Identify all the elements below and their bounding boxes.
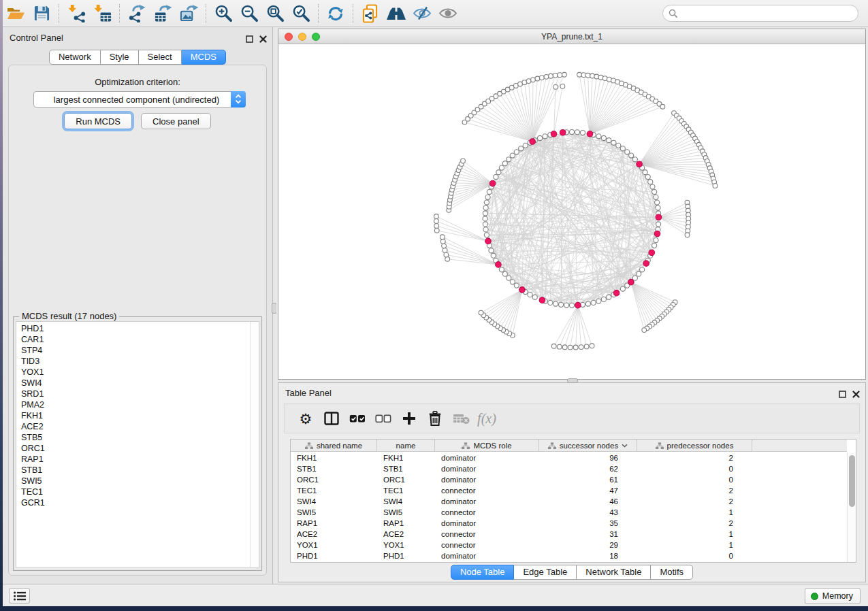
import-table-icon[interactable] <box>89 2 115 25</box>
mcds-result-item[interactable]: SWI4 <box>16 378 249 389</box>
table-cell[interactable]: SWI5 <box>377 508 435 516</box>
table-cell[interactable]: 2 <box>637 486 752 495</box>
table-cell[interactable]: connector <box>435 530 539 538</box>
table-cell[interactable]: TEC1 <box>291 486 377 495</box>
add-column-icon[interactable] <box>396 406 422 431</box>
table-cell[interactable]: ACE2 <box>377 530 435 538</box>
table-cell[interactable]: 1 <box>637 541 752 549</box>
deselect-all-icon[interactable] <box>370 406 396 431</box>
table-row[interactable]: FKH1FKH1dominator962 <box>291 452 847 463</box>
float-panel-icon[interactable] <box>246 33 253 46</box>
table-cell[interactable]: dominator <box>435 497 539 506</box>
mcds-result-item[interactable]: GCR1 <box>16 497 249 508</box>
table-cell[interactable]: 43 <box>539 508 637 516</box>
table-cell[interactable]: RAP1 <box>377 519 435 527</box>
column-header-successor-nodes[interactable]: successor nodes <box>539 440 637 452</box>
network-window-titlebar[interactable]: YPA_prune.txt_1 <box>278 29 865 44</box>
mcds-result-item[interactable]: SWI5 <box>16 476 249 486</box>
table-cell[interactable]: PHD1 <box>377 552 435 560</box>
column-header-shared-name[interactable]: shared name <box>291 440 377 452</box>
save-session-icon[interactable] <box>29 2 54 25</box>
mcds-result-item[interactable]: CAR1 <box>16 334 249 345</box>
table-row[interactable]: SWI5SWI5connector431 <box>291 507 847 518</box>
search-field[interactable] <box>662 5 858 22</box>
table-cell[interactable]: STB1 <box>291 465 377 473</box>
select-all-icon[interactable] <box>344 406 370 431</box>
close-panel-icon[interactable] <box>852 389 860 401</box>
zoom-out-icon[interactable] <box>236 2 262 25</box>
mcds-result-item[interactable]: YOX1 <box>16 367 249 378</box>
table-row[interactable]: SWI4SWI4dominator462 <box>291 496 847 507</box>
clone-network-icon[interactable] <box>357 2 383 25</box>
mcds-result-item[interactable]: PHD1 <box>16 323 249 334</box>
table-cell[interactable]: connector <box>435 508 539 516</box>
table-cell[interactable]: 18 <box>539 552 637 560</box>
tab-style[interactable]: Style <box>101 50 139 65</box>
export-network-icon[interactable] <box>124 2 150 25</box>
table-cell[interactable]: dominator <box>435 465 539 473</box>
column-header-predecessor-nodes[interactable]: predecessor nodes <box>637 440 752 452</box>
column-header-MCDS-role[interactable]: MCDS role <box>435 440 539 452</box>
first-neighbors-icon[interactable] <box>383 2 409 25</box>
open-file-icon[interactable] <box>3 2 29 25</box>
table-cell[interactable]: YOX1 <box>291 541 377 549</box>
table-settings-icon[interactable]: ⚙ <box>293 406 319 431</box>
mcds-result-item[interactable]: ACE2 <box>16 421 249 432</box>
close-panel-button[interactable]: Close panel <box>141 113 211 129</box>
table-cell[interactable]: FKH1 <box>291 454 377 462</box>
export-table-icon[interactable] <box>150 2 176 25</box>
network-canvas[interactable] <box>278 45 865 379</box>
table-cell[interactable]: SWI5 <box>291 508 377 516</box>
table-cell[interactable]: dominator <box>435 519 539 527</box>
table-scrollbar[interactable] <box>847 452 856 562</box>
table-cell[interactable]: FKH1 <box>377 454 435 462</box>
table-cell[interactable]: 35 <box>539 519 637 527</box>
table-cell[interactable]: 2 <box>637 497 752 506</box>
table-row[interactable]: ACE2ACE2connector311 <box>291 529 847 540</box>
table-row[interactable]: STB1STB1dominator620 <box>291 463 847 474</box>
refresh-layout-icon[interactable] <box>323 2 349 25</box>
scrollbar-thumb[interactable] <box>849 455 855 507</box>
table-cell[interactable]: 2 <box>637 519 752 527</box>
table-cell[interactable]: 46 <box>539 497 637 506</box>
table-row[interactable]: RAP1RAP1dominator352 <box>291 518 847 529</box>
table-cell[interactable]: STB1 <box>377 465 435 473</box>
mcds-result-item[interactable]: SRD1 <box>16 389 249 399</box>
table-cell[interactable]: SWI4 <box>291 497 377 506</box>
mcds-result-item[interactable]: FKH1 <box>16 410 249 421</box>
table-cell[interactable]: YOX1 <box>377 541 435 549</box>
table-cell[interactable]: 31 <box>539 530 637 538</box>
table-cell[interactable]: 0 <box>637 476 752 484</box>
optimization-criterion-select[interactable]: largest connected component (undirected) <box>33 91 246 108</box>
import-network-icon[interactable] <box>63 2 89 25</box>
table-row[interactable]: YOX1YOX1connector291 <box>291 540 847 550</box>
show-all-icon[interactable] <box>435 2 461 25</box>
tab-network-table[interactable]: Network Table <box>577 565 651 580</box>
tab-select[interactable]: Select <box>139 50 182 65</box>
table-row[interactable]: ORC1ORC1dominator610 <box>291 474 847 485</box>
table-cell[interactable]: PHD1 <box>291 552 377 560</box>
hide-selected-icon[interactable] <box>409 2 435 25</box>
table-cell[interactable]: RAP1 <box>291 519 377 527</box>
table-cell[interactable]: ORC1 <box>291 476 377 484</box>
list-scrollbar[interactable] <box>250 322 259 567</box>
horizontal-splitter-grip[interactable] <box>567 378 578 383</box>
table-cell[interactable]: dominator <box>435 552 539 560</box>
mcds-result-item[interactable]: STP4 <box>16 345 249 356</box>
tab-edge-table[interactable]: Edge Table <box>514 565 577 580</box>
zoom-fit-icon[interactable] <box>262 2 288 25</box>
mcds-result-item[interactable]: TEC1 <box>16 486 249 497</box>
float-panel-icon[interactable] <box>839 389 846 401</box>
run-mcds-button[interactable]: Run MCDS <box>64 113 132 129</box>
export-image-icon[interactable] <box>176 2 202 25</box>
task-history-button[interactable] <box>9 588 30 604</box>
memory-button[interactable]: Memory <box>805 588 861 604</box>
table-cell[interactable]: connector <box>435 486 539 495</box>
tab-motifs[interactable]: Motifs <box>651 565 693 580</box>
zoom-in-icon[interactable] <box>210 2 236 25</box>
table-cell[interactable]: 47 <box>539 486 637 495</box>
mcds-result-item[interactable]: STB5 <box>16 432 249 443</box>
tab-mcds[interactable]: MCDS <box>182 50 226 65</box>
table-cell[interactable]: 2 <box>637 454 752 462</box>
table-row[interactable]: PHD1PHD1dominator180 <box>291 550 847 561</box>
